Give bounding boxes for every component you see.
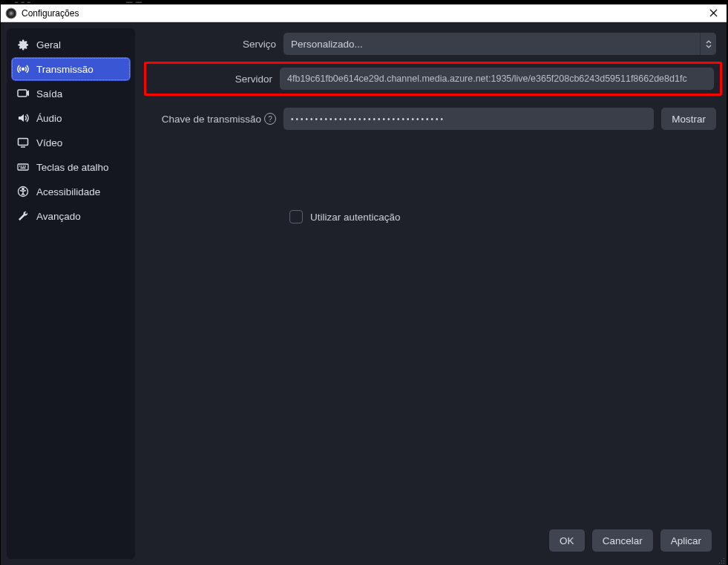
sidebar-item-label: Avançado bbox=[36, 211, 81, 222]
cancel-button[interactable]: Cancelar bbox=[592, 529, 653, 552]
svg-rect-9 bbox=[23, 166, 24, 167]
titlebar: Configurações bbox=[1, 4, 727, 22]
svg-rect-10 bbox=[25, 166, 27, 167]
svg-rect-5 bbox=[19, 139, 28, 146]
streamkey-input[interactable]: •••••••••••••••••••••••••••••••• bbox=[283, 108, 654, 130]
window-title: Configurações bbox=[22, 8, 700, 19]
server-label: Servidor bbox=[152, 74, 272, 85]
chevron-up-icon bbox=[706, 40, 712, 44]
stream-settings-form: Serviço Personalizado... Servidor 4fb19c… bbox=[135, 28, 721, 522]
sidebar-item-video[interactable]: Vídeo bbox=[11, 131, 131, 154]
output-icon bbox=[17, 88, 29, 99]
settings-window: Configurações Geral Transmissão bbox=[1, 4, 727, 565]
show-button[interactable]: Mostrar bbox=[661, 108, 716, 130]
app-icon bbox=[5, 7, 17, 19]
sidebar-item-advanced[interactable]: Avançado bbox=[11, 204, 131, 228]
sidebar-item-label: Transmissão bbox=[36, 64, 94, 75]
ok-button[interactable]: OK bbox=[549, 529, 585, 552]
streamkey-row: Chave de transmissão ? •••••••••••••••••… bbox=[150, 108, 716, 130]
dialog-footer: OK Cancelar Aplicar bbox=[135, 522, 721, 559]
resize-grip[interactable] bbox=[716, 555, 725, 564]
streamkey-label: Chave de transmissão bbox=[162, 114, 261, 125]
chevron-down-icon bbox=[706, 45, 712, 48]
svg-rect-8 bbox=[22, 166, 23, 167]
svg-point-13 bbox=[22, 188, 24, 189]
server-highlight: Servidor 4fb19c61fb0e614ce29d.channel.me… bbox=[144, 62, 722, 96]
service-label: Serviço bbox=[150, 39, 276, 50]
sidebar-item-label: Vídeo bbox=[36, 137, 62, 148]
streamkey-label-wrap: Chave de transmissão ? bbox=[150, 113, 276, 125]
sidebar-item-label: Áudio bbox=[36, 113, 62, 124]
speaker-icon bbox=[17, 112, 29, 124]
sidebar: Geral Transmissão Saída Áudio bbox=[7, 28, 135, 559]
service-value: Personalizado... bbox=[291, 39, 363, 50]
content-pane: Serviço Personalizado... Servidor 4fb19c… bbox=[135, 28, 721, 559]
streamkey-mask: •••••••••••••••••••••••••••••••• bbox=[291, 115, 445, 123]
svg-rect-6 bbox=[18, 164, 28, 170]
service-select[interactable]: Personalizado... bbox=[283, 33, 716, 55]
sidebar-item-hotkeys[interactable]: Teclas de atalho bbox=[11, 155, 131, 179]
window-body: Geral Transmissão Saída Áudio bbox=[1, 22, 727, 565]
auth-checkbox[interactable] bbox=[289, 210, 303, 223]
close-button[interactable] bbox=[704, 7, 722, 19]
server-value: 4fb19c61fb0e614ce29d.channel.media.azure… bbox=[287, 74, 687, 84]
svg-point-2 bbox=[10, 12, 13, 15]
service-row: Serviço Personalizado... bbox=[150, 33, 716, 55]
sidebar-item-label: Saída bbox=[36, 88, 62, 99]
server-input[interactable]: 4fb19c61fb0e614ce29d.channel.media.azure… bbox=[280, 68, 714, 90]
sidebar-item-label: Geral bbox=[36, 39, 61, 50]
gear-icon bbox=[17, 39, 29, 50]
svg-rect-4 bbox=[18, 90, 27, 97]
tools-icon bbox=[17, 210, 29, 222]
help-icon[interactable]: ? bbox=[264, 113, 276, 125]
keyboard-icon bbox=[17, 161, 29, 173]
sidebar-item-audio[interactable]: Áudio bbox=[11, 106, 131, 130]
sidebar-item-general[interactable]: Geral bbox=[11, 33, 131, 56]
accessibility-icon bbox=[17, 186, 29, 197]
sidebar-item-output[interactable]: Saída bbox=[11, 82, 131, 105]
decorative-border-top: — — — —— —— bbox=[0, 0, 728, 4]
svg-rect-11 bbox=[21, 168, 26, 169]
monitor-icon bbox=[17, 137, 29, 148]
auth-label: Utilizar autenticação bbox=[310, 212, 401, 223]
sidebar-item-accessibility[interactable]: Acessibilidade bbox=[11, 180, 131, 203]
sidebar-item-stream[interactable]: Transmissão bbox=[11, 57, 131, 81]
auth-row: Utilizar autenticação bbox=[289, 210, 716, 223]
sidebar-item-label: Acessibilidade bbox=[36, 186, 100, 197]
svg-point-3 bbox=[22, 68, 24, 71]
sidebar-item-label: Teclas de atalho bbox=[36, 162, 109, 173]
server-row: Servidor 4fb19c61fb0e614ce29d.channel.me… bbox=[152, 68, 714, 90]
spin-buttons[interactable] bbox=[700, 33, 716, 55]
antenna-icon bbox=[17, 63, 29, 75]
apply-button[interactable]: Aplicar bbox=[660, 529, 712, 552]
svg-rect-7 bbox=[19, 166, 21, 167]
